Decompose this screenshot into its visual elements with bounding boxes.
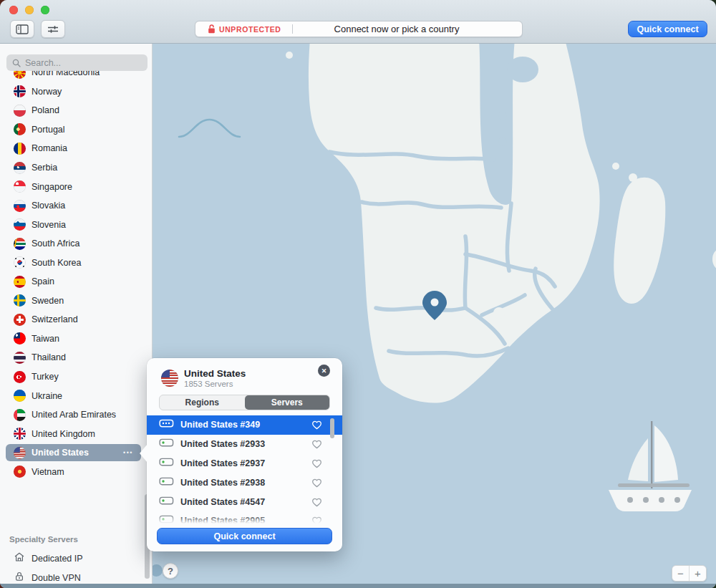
wave-decoration: [179, 120, 240, 137]
zoom-out-button[interactable]: −: [672, 566, 690, 581]
favorite-heart-icon[interactable]: [311, 458, 322, 468]
toggle-sidebar-button[interactable]: [10, 20, 34, 38]
country-row[interactable]: Thailand: [0, 348, 143, 367]
server-list-scrollbar[interactable]: [330, 418, 334, 438]
connection-status-bar[interactable]: UNPROTECTED Connect now or pick a countr…: [195, 21, 523, 37]
country-name: United Arab Emirates: [32, 410, 116, 420]
madagascar-island: [614, 178, 665, 304]
south-korea-flag-icon: [14, 256, 26, 269]
server-icon: [159, 476, 174, 489]
map-zoom-control: − +: [672, 565, 707, 582]
country-row[interactable]: Serbia: [0, 158, 143, 178]
popup-quick-connect-button[interactable]: Quick connect: [157, 528, 332, 544]
titlebar: UNPROTECTED Connect now or pick a countr…: [0, 0, 716, 44]
country-name: South Africa: [32, 238, 79, 249]
double-vpn-icon: [14, 571, 25, 585]
server-name: United States #4547: [180, 497, 265, 507]
preferences-button[interactable]: [41, 20, 65, 38]
search-placeholder: Search...: [25, 58, 61, 68]
server-name: United States #2937: [180, 458, 265, 468]
specialty-server-name: Dedicated IP: [32, 554, 83, 564]
country-name: Poland: [32, 105, 59, 115]
country-row[interactable]: Sweden: [0, 291, 143, 311]
connect-hint-text: Connect now or pick a country: [293, 24, 522, 34]
minimize-window-button[interactable]: [25, 6, 34, 14]
server-row[interactable]: United States #4547: [147, 492, 342, 511]
country-name: Thailand: [32, 352, 66, 362]
server-row[interactable]: United States #2938: [147, 473, 342, 492]
country-row[interactable]: South Korea: [0, 253, 143, 272]
country-row[interactable]: Slovenia: [0, 215, 143, 234]
server-icon: [159, 496, 174, 509]
country-row[interactable]: South Africa: [0, 234, 143, 254]
favorite-heart-icon[interactable]: [311, 478, 322, 488]
country-name: Switzerland: [32, 314, 78, 324]
country-row[interactable]: Spain: [0, 272, 143, 291]
close-icon: ✕: [321, 367, 327, 375]
country-row[interactable]: Norway: [0, 82, 143, 102]
server-row[interactable]: United States #2937: [147, 454, 342, 473]
close-popup-button[interactable]: ✕: [318, 365, 330, 377]
sliders-icon: [47, 24, 59, 34]
close-window-button[interactable]: [9, 6, 18, 14]
country-row[interactable]: Switzerland: [0, 310, 143, 329]
country-row[interactable]: United Kingdom: [0, 424, 143, 443]
country-row[interactable]: Slovakia: [0, 196, 143, 216]
server-icon: [159, 438, 174, 450]
sidebar: Search... North Macedonia Norway Poland …: [0, 43, 153, 584]
tab-servers[interactable]: Servers: [245, 395, 330, 410]
popup-header: United States 1853 Servers: [161, 368, 246, 388]
quick-connect-button[interactable]: Quick connect: [628, 21, 707, 37]
specialty-servers-header: Specialty Servers: [9, 535, 78, 544]
country-row[interactable]: Vietnam: [0, 462, 143, 481]
country-row[interactable]: Romania: [0, 139, 143, 158]
zoom-in-button[interactable]: +: [690, 566, 706, 581]
sailboat-illustration: [609, 421, 692, 511]
sidebar-icon: [16, 24, 29, 34]
specialty-server-row[interactable]: Dedicated IP: [0, 549, 143, 569]
country-name: South Korea: [32, 258, 82, 268]
server-list: United States #349 United States #2933 U…: [147, 415, 342, 525]
country-row[interactable]: United States •••: [0, 443, 143, 463]
country-name: Turkey: [32, 372, 59, 382]
sweden-flag-icon: [14, 294, 26, 307]
south-africa-flag-icon: [14, 238, 26, 250]
country-name: United States: [32, 448, 89, 458]
server-name: United States #349: [180, 420, 260, 430]
slovenia-flag-icon: [14, 218, 26, 231]
server-row[interactable]: United States #2933: [147, 435, 342, 454]
tab-regions[interactable]: Regions: [160, 395, 245, 410]
server-row[interactable]: United States #349: [147, 415, 342, 435]
slovakia-flag-icon: [14, 200, 26, 212]
dedicated-ip-icon: [14, 551, 25, 566]
country-row[interactable]: Singapore: [0, 177, 143, 196]
favorite-heart-icon[interactable]: [311, 516, 322, 525]
country-name: Slovenia: [32, 220, 66, 230]
search-input[interactable]: Search...: [6, 54, 147, 71]
favorite-heart-icon[interactable]: [311, 420, 322, 430]
help-button[interactable]: ?: [163, 563, 178, 579]
status-label: UNPROTECTED: [219, 25, 281, 34]
server-row[interactable]: United States #2905: [147, 511, 342, 525]
taiwan-flag-icon: [14, 332, 26, 344]
country-name: Spain: [32, 276, 54, 286]
country-row[interactable]: Poland: [0, 101, 143, 120]
server-icon: [159, 418, 174, 431]
country-row[interactable]: Taiwan: [0, 329, 143, 349]
united-arab-emirates-flag-icon: [14, 409, 26, 421]
country-name: Romania: [32, 143, 67, 153]
country-name: Portugal: [32, 125, 65, 135]
country-row[interactable]: Turkey: [0, 367, 143, 387]
more-options-button[interactable]: •••: [123, 449, 133, 456]
country-row[interactable]: Portugal: [0, 120, 143, 140]
spain-flag-icon: [14, 276, 26, 288]
specialty-server-name: Double VPN: [32, 573, 81, 583]
favorite-heart-icon[interactable]: [311, 439, 322, 449]
favorite-heart-icon[interactable]: [311, 497, 322, 507]
thailand-flag-icon: [14, 352, 26, 364]
search-icon: [12, 59, 21, 67]
country-row[interactable]: United Arab Emirates: [0, 405, 143, 425]
norway-flag-icon: [14, 85, 26, 97]
country-row[interactable]: Ukraine: [0, 386, 143, 405]
fullscreen-window-button[interactable]: [41, 6, 49, 14]
